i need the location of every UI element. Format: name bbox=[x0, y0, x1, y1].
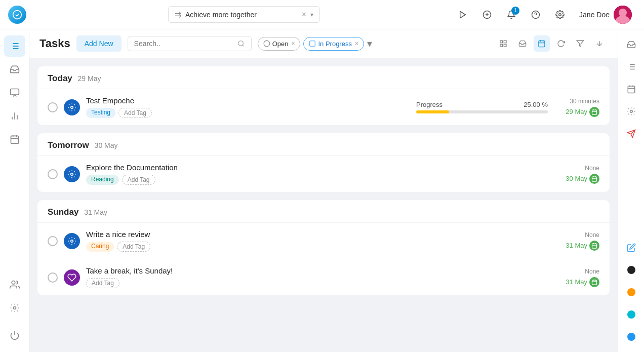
svg-point-54 bbox=[71, 106, 73, 108]
svg-marker-52 bbox=[577, 41, 583, 47]
teal-color-dot-item[interactable] bbox=[622, 305, 640, 324]
workspace-selector[interactable]: ⇉ Achieve more together × ▾ bbox=[168, 6, 320, 23]
sunday-section: Sunday 31 May Write a nice review Caring… bbox=[37, 200, 610, 295]
progress-label-1: Progress 25.00 % bbox=[416, 101, 548, 108]
help-button[interactable] bbox=[527, 6, 545, 24]
tomorrow-label: Tomorrow bbox=[48, 140, 89, 150]
svg-rect-55 bbox=[592, 110, 597, 114]
tag-add-2[interactable]: Add Tag bbox=[122, 175, 155, 185]
svg-rect-22 bbox=[11, 136, 18, 143]
black-color-dot-item[interactable] bbox=[622, 261, 640, 279]
right-edit-icon[interactable] bbox=[622, 239, 640, 257]
right-settings-icon[interactable] bbox=[622, 102, 640, 121]
right-announcement-icon[interactable] bbox=[622, 125, 640, 143]
task-tags-3: Caring Add Tag bbox=[86, 242, 548, 252]
sunday-header: Sunday 31 May bbox=[37, 200, 610, 223]
app-logo[interactable] bbox=[8, 6, 26, 24]
tag-caring[interactable]: Caring bbox=[86, 242, 114, 252]
right-list-icon[interactable] bbox=[622, 58, 640, 76]
sidebar-item-analytics[interactable] bbox=[4, 105, 25, 127]
workspace-chevron-icon[interactable]: ▾ bbox=[310, 11, 313, 18]
task-checkbox-1[interactable] bbox=[48, 102, 58, 112]
list-view-button[interactable] bbox=[495, 35, 511, 52]
svg-rect-69 bbox=[592, 280, 597, 285]
search-box bbox=[128, 36, 252, 51]
tag-testing[interactable]: Testing bbox=[86, 108, 115, 118]
progress-bar-bg-1 bbox=[416, 110, 548, 113]
tag-reading[interactable]: Reading bbox=[86, 175, 119, 185]
task-icon-1 bbox=[64, 99, 80, 115]
play-button[interactable] bbox=[454, 6, 472, 24]
due-icon-3 bbox=[589, 241, 599, 251]
open-filter-icon bbox=[263, 40, 270, 47]
workspace-close-icon[interactable]: × bbox=[302, 10, 306, 19]
user-profile[interactable]: Jane Doe bbox=[575, 4, 636, 26]
search-input[interactable] bbox=[134, 40, 234, 48]
filter-chip-open[interactable]: Open × bbox=[258, 37, 301, 51]
card-view-button[interactable] bbox=[514, 35, 531, 52]
right-calendar-icon[interactable] bbox=[622, 80, 640, 98]
blue-color-dot-item[interactable] bbox=[622, 328, 640, 346]
progress-text: Progress bbox=[416, 101, 442, 108]
sidebar-item-people[interactable] bbox=[4, 274, 25, 295]
top-navbar: ⇉ Achieve more together × ▾ 1 bbox=[0, 0, 644, 29]
main-content: Tasks Add New Open × In Progress bbox=[29, 29, 618, 352]
right-inbox-icon[interactable] bbox=[622, 35, 640, 54]
today-label: Today bbox=[48, 73, 72, 83]
svg-rect-65 bbox=[592, 244, 597, 248]
settings-button[interactable] bbox=[551, 6, 569, 24]
add-button[interactable] bbox=[478, 6, 496, 24]
tag-add-4[interactable]: Add Tag bbox=[86, 278, 119, 288]
task-due-date-3: 31 May bbox=[566, 242, 587, 249]
svg-point-64 bbox=[71, 240, 73, 242]
task-checkbox-3[interactable] bbox=[48, 236, 58, 246]
svg-point-27 bbox=[13, 307, 16, 309]
tag-add-3[interactable]: Add Tag bbox=[117, 242, 150, 252]
sidebar-item-power[interactable] bbox=[4, 325, 25, 346]
task-tags-1: Testing Add Tag bbox=[86, 108, 410, 118]
refresh-button[interactable] bbox=[553, 35, 569, 52]
filter-chip-inprogress[interactable]: In Progress × bbox=[303, 37, 364, 51]
blue-dot bbox=[627, 333, 635, 341]
task-due-4: 31 May bbox=[566, 277, 599, 287]
orange-color-dot-item[interactable] bbox=[622, 283, 640, 301]
user-avatar bbox=[614, 6, 632, 24]
svg-rect-48 bbox=[539, 41, 545, 47]
more-filters-button[interactable]: ▾ bbox=[367, 37, 372, 50]
task-due-3: 31 May bbox=[566, 241, 599, 251]
filter-button[interactable] bbox=[572, 35, 588, 52]
table-row: Take a break, it's Sunday! Add Tag None … bbox=[37, 259, 610, 295]
task-due-date-1: 29 May bbox=[566, 108, 587, 115]
sidebar-item-settings[interactable] bbox=[4, 297, 25, 319]
calendar-view-button[interactable] bbox=[534, 35, 550, 52]
user-name: Jane Doe bbox=[579, 11, 610, 19]
due-icon-4 bbox=[589, 277, 599, 287]
today-section: Today 29 May Test Empoche Testing Add Ta… bbox=[37, 66, 610, 125]
nav-actions: 1 Jane Doe bbox=[454, 4, 636, 26]
orange-dot bbox=[627, 288, 635, 296]
sunday-label: Sunday bbox=[48, 207, 78, 217]
sidebar-item-messages[interactable] bbox=[4, 82, 25, 103]
sidebar-item-tasks[interactable] bbox=[4, 35, 25, 57]
inprogress-filter-icon bbox=[309, 40, 316, 47]
task-checkbox-4[interactable] bbox=[48, 272, 58, 283]
task-content-4: Take a break, it's Sunday! Add Tag bbox=[86, 266, 548, 288]
task-duration-4: None bbox=[585, 268, 599, 275]
svg-rect-60 bbox=[592, 177, 597, 181]
task-checkbox-2[interactable] bbox=[48, 169, 58, 179]
tag-add-1[interactable]: Add Tag bbox=[118, 108, 152, 118]
tomorrow-date: 30 May bbox=[95, 141, 118, 149]
sidebar-item-inbox[interactable] bbox=[4, 59, 25, 80]
sort-button[interactable] bbox=[591, 35, 608, 52]
notification-button[interactable]: 1 bbox=[502, 6, 520, 24]
tomorrow-section: Tomorrow 30 May Explore the Documentatio… bbox=[37, 133, 610, 192]
teal-dot bbox=[627, 310, 635, 319]
task-meta-1: 30 minutes 29 May bbox=[554, 98, 599, 117]
open-filter-close[interactable]: × bbox=[291, 40, 295, 47]
sidebar-item-calendar[interactable] bbox=[4, 129, 25, 150]
right-sidebar bbox=[618, 29, 644, 352]
add-new-button[interactable]: Add New bbox=[76, 35, 122, 52]
tasks-header: Tasks Add New Open × In Progress bbox=[29, 29, 618, 58]
inprogress-filter-close[interactable]: × bbox=[355, 40, 358, 47]
svg-point-0 bbox=[13, 10, 22, 19]
